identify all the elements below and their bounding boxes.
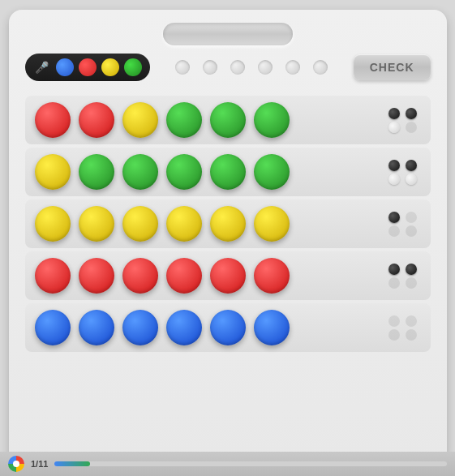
feedback-area-4 [382,264,421,289]
current-peg-3[interactable] [230,60,245,75]
mic-icon[interactable]: 🎤 [33,58,51,76]
pegs-area-2 [35,154,382,190]
feedback-peg-row2-3 [388,174,400,185]
color-red[interactable] [79,58,97,76]
color-yellow[interactable] [101,58,119,76]
feedback-peg-row3-2 [406,212,417,223]
peg-row5-col1[interactable] [35,310,71,345]
feedback-peg-row5-1 [388,315,400,327]
feedback-peg-row4-3 [388,277,400,289]
peg-row4-col3[interactable] [122,258,158,294]
peg-row3-col3[interactable] [122,206,158,242]
feedback-peg-row2-1 [388,160,400,171]
progress-bar [54,461,447,466]
feedback-peg-row5-2 [406,315,417,327]
peg-row3-col1[interactable] [35,206,71,242]
feedback-peg-row4-2 [406,264,417,275]
feedback-area-2 [382,160,421,185]
peg-row3-col5[interactable] [210,206,246,242]
board-row-3 [25,199,431,248]
board-row-1 [25,96,431,144]
peg-row2-col2[interactable] [79,154,114,190]
peg-row3-col4[interactable] [166,206,202,242]
peg-row4-col1[interactable] [35,258,71,294]
peg-row5-col4[interactable] [166,310,202,345]
peg-row4-col2[interactable] [79,258,114,294]
chrome-icon [8,456,24,472]
board-row-5 [25,303,431,352]
game-board [9,89,447,358]
peg-row1-col6[interactable] [254,102,290,138]
peg-row5-col6[interactable] [254,310,290,345]
feedback-peg-row4-4 [406,277,417,289]
feedback-peg-row3-3 [388,225,400,237]
game-container: 🎤 CHECK [9,10,447,464]
feedback-peg-row5-4 [406,329,417,341]
peg-row4-col4[interactable] [166,258,202,294]
peg-row4-col5[interactable] [210,258,246,294]
pegs-area-1 [35,102,382,138]
peg-row4-col6[interactable] [254,258,290,294]
peg-row1-col1[interactable] [35,102,71,138]
color-green[interactable] [124,58,142,76]
peg-row1-col5[interactable] [210,102,246,138]
current-peg-6[interactable] [313,60,328,75]
page-counter: 1/11 [31,459,48,469]
feedback-peg-row1-4 [406,122,417,133]
toolbar: 🎤 CHECK [9,45,447,89]
current-peg-5[interactable] [285,60,300,75]
peg-row2-col4[interactable] [166,154,202,190]
peg-row2-col3[interactable] [122,154,158,190]
peg-row2-col6[interactable] [254,154,290,190]
window-handle [163,23,293,45]
peg-row1-col3[interactable] [122,102,158,138]
feedback-peg-row5-3 [388,329,400,341]
pegs-area-4 [35,258,382,294]
peg-row3-col2[interactable] [79,206,114,242]
current-row-pegs [158,60,346,75]
peg-row5-col3[interactable] [122,310,158,345]
feedback-peg-row4-1 [388,264,400,275]
current-peg-1[interactable] [175,60,190,75]
current-peg-2[interactable] [203,60,217,75]
board-row-2 [25,148,431,196]
peg-row2-col5[interactable] [210,154,246,190]
peg-row1-col4[interactable] [166,102,202,138]
feedback-peg-row1-1 [388,108,400,119]
feedback-peg-row2-4 [406,174,417,185]
feedback-peg-row1-3 [388,122,400,133]
progress-fill [54,461,90,466]
peg-row5-col2[interactable] [79,310,114,345]
feedback-peg-row1-2 [406,108,417,119]
peg-row2-col1[interactable] [35,154,71,190]
feedback-peg-row3-4 [406,225,417,237]
color-palette: 🎤 [25,54,150,81]
pegs-area-5 [35,310,382,345]
feedback-area-1 [382,108,421,133]
feedback-area-3 [382,212,421,237]
peg-row1-col2[interactable] [79,102,114,138]
peg-row5-col5[interactable] [210,310,246,345]
feedback-peg-row3-1 [388,212,400,223]
board-row-4 [25,251,431,300]
check-button[interactable]: CHECK [354,54,431,80]
status-bar: 1/11 [0,452,455,476]
peg-row3-col6[interactable] [254,206,290,242]
feedback-area-5 [382,315,421,341]
feedback-peg-row2-2 [406,160,417,171]
pegs-area-3 [35,206,382,242]
color-blue[interactable] [56,58,74,76]
current-peg-4[interactable] [258,60,273,75]
